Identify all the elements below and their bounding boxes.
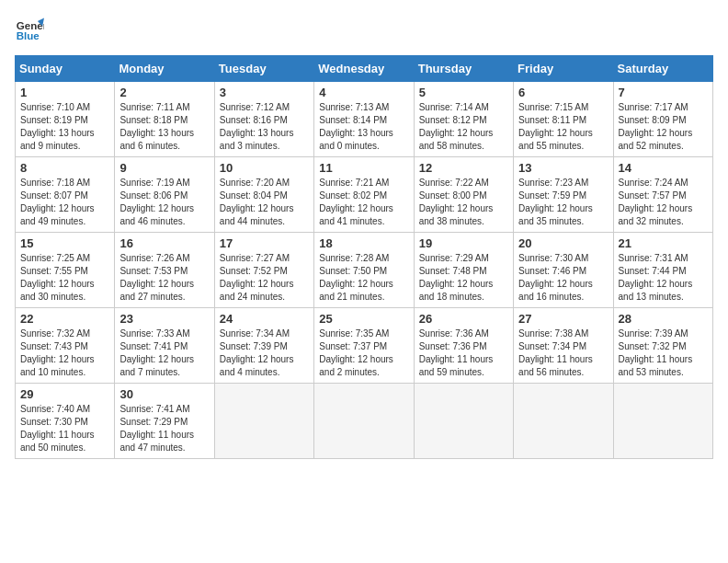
day-info: Sunrise: 7:29 AM Sunset: 7:48 PM Dayligh… [419,252,508,304]
day-info: Sunrise: 7:34 AM Sunset: 7:39 PM Dayligh… [220,327,309,379]
calendar-header-row: SundayMondayTuesdayWednesdayThursdayFrid… [16,56,713,82]
day-info: Sunrise: 7:25 AM Sunset: 7:55 PM Dayligh… [20,252,109,304]
calendar-day-cell: 9 Sunrise: 7:19 AM Sunset: 8:06 PM Dayli… [115,157,214,233]
weekday-header: Friday [514,56,613,82]
calendar-day-cell: 27 Sunrise: 7:38 AM Sunset: 7:34 PM Dayl… [514,308,613,384]
calendar-day-cell: 22 Sunrise: 7:32 AM Sunset: 7:43 PM Dayl… [16,308,115,384]
day-info: Sunrise: 7:33 AM Sunset: 7:41 PM Dayligh… [119,327,209,379]
day-number: 12 [419,161,508,175]
day-number: 13 [518,161,608,175]
day-number: 3 [220,86,309,99]
calendar-day-cell: 30 Sunrise: 7:41 AM Sunset: 7:29 PM Dayl… [115,384,214,459]
calendar-day-cell: 11 Sunrise: 7:21 AM Sunset: 8:02 PM Dayl… [314,157,414,233]
day-info: Sunrise: 7:19 AM Sunset: 8:06 PM Dayligh… [119,177,209,228]
calendar-day-cell: 10 Sunrise: 7:20 AM Sunset: 8:04 PM Dayl… [214,157,313,233]
day-info: Sunrise: 7:41 AM Sunset: 7:29 PM Dayligh… [119,403,209,454]
calendar-day-cell: 6 Sunrise: 7:15 AM Sunset: 8:11 PM Dayli… [514,82,613,157]
day-info: Sunrise: 7:24 AM Sunset: 7:57 PM Dayligh… [619,177,708,228]
day-info: Sunrise: 7:12 AM Sunset: 8:16 PM Dayligh… [220,101,309,153]
calendar-day-cell: 17 Sunrise: 7:27 AM Sunset: 7:52 PM Dayl… [214,233,313,308]
day-info: Sunrise: 7:26 AM Sunset: 7:53 PM Dayligh… [119,252,209,304]
calendar-day-cell [613,384,712,459]
calendar-day-cell: 13 Sunrise: 7:23 AM Sunset: 7:59 PM Dayl… [514,157,613,233]
calendar-week-row: 1 Sunrise: 7:10 AM Sunset: 8:19 PM Dayli… [16,82,713,157]
weekday-header: Monday [115,56,214,82]
weekday-header: Sunday [16,56,115,82]
day-info: Sunrise: 7:21 AM Sunset: 8:02 PM Dayligh… [319,177,408,228]
day-info: Sunrise: 7:38 AM Sunset: 7:34 PM Dayligh… [518,327,608,379]
day-number: 1 [20,86,109,99]
day-number: 4 [319,86,408,99]
calendar-day-cell: 5 Sunrise: 7:14 AM Sunset: 8:12 PM Dayli… [414,82,513,157]
day-number: 22 [20,312,109,326]
day-info: Sunrise: 7:35 AM Sunset: 7:37 PM Dayligh… [319,327,408,379]
day-number: 23 [119,312,209,326]
calendar-day-cell: 23 Sunrise: 7:33 AM Sunset: 7:41 PM Dayl… [115,308,214,384]
day-info: Sunrise: 7:20 AM Sunset: 8:04 PM Dayligh… [220,177,309,228]
day-number: 5 [419,86,508,99]
day-number: 6 [518,86,608,99]
day-info: Sunrise: 7:31 AM Sunset: 7:44 PM Dayligh… [619,252,708,304]
day-info: Sunrise: 7:17 AM Sunset: 8:09 PM Dayligh… [619,101,708,153]
day-info: Sunrise: 7:18 AM Sunset: 8:07 PM Dayligh… [20,177,109,228]
day-number: 16 [119,236,209,250]
logo: General Blue [15,15,44,44]
calendar-day-cell: 19 Sunrise: 7:29 AM Sunset: 7:48 PM Dayl… [414,233,513,308]
day-number: 19 [419,236,508,250]
day-number: 28 [619,312,708,326]
weekday-header: Saturday [613,56,712,82]
day-info: Sunrise: 7:36 AM Sunset: 7:36 PM Dayligh… [419,327,508,379]
calendar-day-cell: 29 Sunrise: 7:40 AM Sunset: 7:30 PM Dayl… [16,384,115,459]
day-info: Sunrise: 7:23 AM Sunset: 7:59 PM Dayligh… [518,177,608,228]
day-info: Sunrise: 7:15 AM Sunset: 8:11 PM Dayligh… [518,101,608,153]
day-number: 8 [20,161,109,175]
day-number: 27 [518,312,608,326]
calendar-day-cell: 16 Sunrise: 7:26 AM Sunset: 7:53 PM Dayl… [115,233,214,308]
day-number: 18 [319,236,408,250]
day-number: 2 [119,86,209,99]
calendar-day-cell: 21 Sunrise: 7:31 AM Sunset: 7:44 PM Dayl… [613,233,712,308]
calendar-day-cell: 12 Sunrise: 7:22 AM Sunset: 8:00 PM Dayl… [414,157,513,233]
calendar-day-cell: 14 Sunrise: 7:24 AM Sunset: 7:57 PM Dayl… [613,157,712,233]
calendar-day-cell: 15 Sunrise: 7:25 AM Sunset: 7:55 PM Dayl… [16,233,115,308]
calendar-day-cell: 24 Sunrise: 7:34 AM Sunset: 7:39 PM Dayl… [214,308,313,384]
calendar-day-cell: 4 Sunrise: 7:13 AM Sunset: 8:14 PM Dayli… [314,82,414,157]
day-number: 15 [20,236,109,250]
calendar-table: SundayMondayTuesdayWednesdayThursdayFrid… [15,55,713,459]
calendar-day-cell: 7 Sunrise: 7:17 AM Sunset: 8:09 PM Dayli… [613,82,712,157]
calendar-day-cell: 28 Sunrise: 7:39 AM Sunset: 7:32 PM Dayl… [613,308,712,384]
calendar-day-cell [414,384,513,459]
day-info: Sunrise: 7:11 AM Sunset: 8:18 PM Dayligh… [119,101,209,153]
calendar-day-cell: 18 Sunrise: 7:28 AM Sunset: 7:50 PM Dayl… [314,233,414,308]
weekday-header: Thursday [414,56,513,82]
calendar-day-cell: 1 Sunrise: 7:10 AM Sunset: 8:19 PM Dayli… [16,82,115,157]
day-number: 24 [220,312,309,326]
calendar-day-cell [314,384,414,459]
calendar-day-cell [514,384,613,459]
calendar-day-cell: 20 Sunrise: 7:30 AM Sunset: 7:46 PM Dayl… [514,233,613,308]
calendar-day-cell: 25 Sunrise: 7:35 AM Sunset: 7:37 PM Dayl… [314,308,414,384]
calendar-week-row: 15 Sunrise: 7:25 AM Sunset: 7:55 PM Dayl… [16,233,713,308]
calendar-body: 1 Sunrise: 7:10 AM Sunset: 8:19 PM Dayli… [16,82,713,459]
page-header: General Blue [15,15,713,44]
day-number: 11 [319,161,408,175]
calendar-day-cell: 3 Sunrise: 7:12 AM Sunset: 8:16 PM Dayli… [214,82,313,157]
day-number: 14 [619,161,708,175]
weekday-header: Wednesday [314,56,414,82]
calendar-day-cell: 2 Sunrise: 7:11 AM Sunset: 8:18 PM Dayli… [115,82,214,157]
day-info: Sunrise: 7:40 AM Sunset: 7:30 PM Dayligh… [20,403,109,454]
day-info: Sunrise: 7:27 AM Sunset: 7:52 PM Dayligh… [220,252,309,304]
day-number: 21 [619,236,708,250]
day-number: 20 [518,236,608,250]
calendar-day-cell: 26 Sunrise: 7:36 AM Sunset: 7:36 PM Dayl… [414,308,513,384]
day-number: 26 [419,312,508,326]
calendar-day-cell: 8 Sunrise: 7:18 AM Sunset: 8:07 PM Dayli… [16,157,115,233]
calendar-day-cell [214,384,313,459]
day-info: Sunrise: 7:32 AM Sunset: 7:43 PM Dayligh… [20,327,109,379]
day-info: Sunrise: 7:10 AM Sunset: 8:19 PM Dayligh… [20,101,109,153]
day-info: Sunrise: 7:30 AM Sunset: 7:46 PM Dayligh… [518,252,608,304]
weekday-header: Tuesday [214,56,313,82]
day-info: Sunrise: 7:14 AM Sunset: 8:12 PM Dayligh… [419,101,508,153]
day-number: 9 [119,161,209,175]
day-info: Sunrise: 7:39 AM Sunset: 7:32 PM Dayligh… [619,327,708,379]
